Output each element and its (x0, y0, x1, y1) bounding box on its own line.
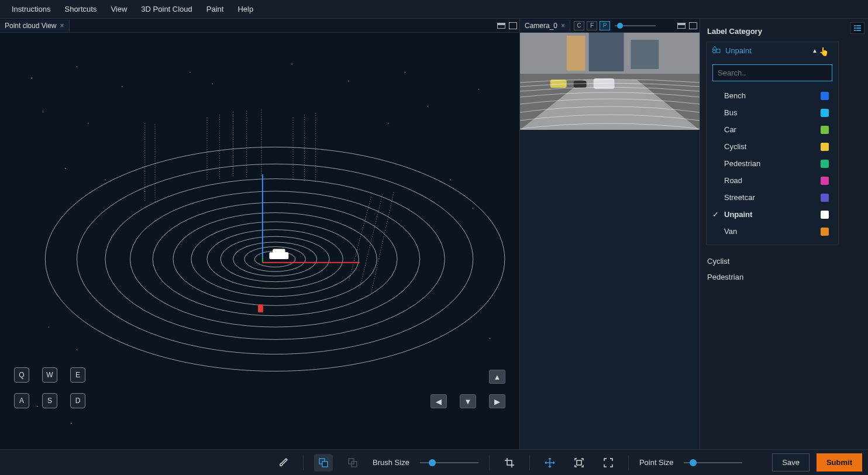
svg-line-44 (349, 197, 371, 282)
svg-point-10 (77, 164, 473, 354)
nav-down-button[interactable]: ▼ (460, 394, 476, 408)
key-e[interactable]: E (70, 367, 85, 383)
menu-instructions[interactable]: Instructions (5, 1, 57, 17)
category-item-road[interactable]: ✓Road (712, 172, 832, 189)
cursor-icon: 👆 (819, 47, 829, 56)
category-search-input[interactable] (712, 64, 832, 81)
menu-shortcuts[interactable]: Shortcuts (57, 1, 104, 17)
svg-point-30 (49, 326, 49, 327)
svg-point-12 (32, 78, 32, 78)
save-button[interactable]: Save (772, 453, 810, 471)
key-s[interactable]: S (42, 393, 57, 408)
chevron-up-icon: ▲ (812, 47, 818, 54)
svg-rect-76 (577, 460, 581, 465)
point-size-slider[interactable] (684, 462, 742, 463)
menu-paint[interactable]: Paint (199, 1, 231, 17)
color-swatch (821, 126, 829, 134)
svg-point-17 (292, 64, 292, 64)
maximize-icon[interactable] (509, 22, 517, 29)
nav-up-button[interactable]: ▲ (489, 370, 505, 384)
color-swatch (821, 177, 829, 185)
svg-point-28 (450, 180, 450, 180)
shapes-icon (712, 46, 721, 55)
category-item-pedestrian[interactable]: ✓Pedestrian (712, 155, 832, 172)
chip-p[interactable]: P (600, 21, 610, 30)
sidebar-title: Label Category (700, 19, 845, 42)
main-view-tabs: Point cloud View × (0, 19, 519, 33)
label-sidebar: Label Category Unpaint ▲ 👆 ✓Bench✓Bus✓Ca… (700, 19, 868, 449)
camera-panel-empty (520, 130, 700, 449)
key-d[interactable]: D (70, 393, 85, 408)
nav-right-button[interactable]: ▶ (489, 394, 505, 408)
svg-point-15 (190, 72, 190, 73)
category-item-bus[interactable]: ✓Bus (712, 104, 832, 121)
chip-c[interactable]: C (574, 21, 584, 30)
svg-point-20 (478, 89, 479, 90)
polygon-add-button[interactable] (314, 454, 333, 471)
category-label: Pedestrian (724, 159, 821, 168)
menu-help[interactable]: Help (230, 1, 260, 17)
svg-point-22 (88, 123, 88, 123)
key-a[interactable]: A (14, 393, 29, 408)
camera-image[interactable] (520, 33, 700, 130)
category-item-streetcar[interactable]: ✓Streetcar (712, 189, 832, 206)
fullscreen-tool-button[interactable] (599, 454, 618, 471)
svg-rect-61 (574, 81, 587, 88)
svg-point-32 (490, 338, 490, 339)
tab-label: Point cloud View (5, 22, 57, 30)
fit-tool-button[interactable] (570, 454, 588, 471)
applied-labels-list: Cyclist Pedestrian (700, 250, 845, 288)
polygon-subtract-button[interactable] (343, 454, 362, 471)
tab-label: Camera_0 (525, 22, 557, 30)
minimize-icon[interactable] (677, 23, 686, 29)
color-swatch (821, 143, 829, 151)
category-item-cyclist[interactable]: ✓Cyclist (712, 138, 832, 155)
category-label: Road (724, 176, 821, 185)
menu-view[interactable]: View (104, 1, 134, 17)
check-icon: ✓ (712, 210, 723, 219)
svg-rect-73 (322, 462, 328, 467)
color-swatch (821, 92, 829, 100)
svg-rect-53 (273, 249, 285, 254)
maximize-icon[interactable] (689, 22, 697, 29)
tab-camera-0[interactable]: Camera_0 × (520, 20, 570, 32)
applied-label-pedestrian[interactable]: Pedestrian (707, 269, 838, 285)
brush-size-slider[interactable] (420, 462, 478, 463)
nav-arrows-overlay: ▲ ◀ ▼ ▶ (430, 370, 505, 408)
category-label: Streetcar (724, 193, 821, 202)
svg-rect-58 (631, 40, 659, 69)
applied-label-cyclist[interactable]: Cyclist (707, 253, 838, 269)
color-swatch (821, 160, 829, 168)
category-item-car[interactable]: ✓Car (712, 121, 832, 138)
category-item-unpaint[interactable]: ✓Unpaint (712, 206, 832, 223)
tab-point-cloud-view[interactable]: Point cloud View × (0, 20, 70, 32)
move-tool-button[interactable] (540, 454, 559, 471)
brush-tool-button[interactable] (274, 454, 292, 471)
chip-f[interactable]: F (587, 21, 597, 30)
category-label: Car (724, 125, 821, 134)
svg-point-25 (66, 168, 66, 169)
key-q[interactable]: Q (14, 367, 29, 383)
camera-opacity-slider[interactable] (615, 25, 656, 26)
minimize-icon[interactable] (497, 23, 505, 29)
toggle-sidebar-button[interactable] (850, 22, 864, 34)
color-swatch (821, 228, 829, 236)
svg-point-11 (45, 147, 505, 371)
crop-tool-button[interactable] (500, 454, 519, 471)
svg-rect-64 (856, 25, 861, 26)
category-item-bench[interactable]: ✓Bench (712, 87, 832, 104)
category-item-van[interactable]: ✓Van (712, 223, 832, 240)
menu-3d-point-cloud[interactable]: 3D Point Cloud (134, 1, 199, 17)
svg-point-24 (388, 123, 388, 123)
category-dropdown-toggle[interactable]: Unpaint ▲ 👆 (707, 42, 838, 58)
close-icon[interactable]: × (561, 22, 565, 30)
category-label: Cyclist (724, 142, 821, 151)
nav-left-button[interactable]: ◀ (430, 394, 447, 408)
svg-rect-63 (854, 25, 856, 26)
svg-rect-65 (854, 27, 856, 29)
brush-size-label: Brush Size (373, 458, 409, 467)
close-icon[interactable]: × (60, 22, 64, 30)
point-cloud-canvas[interactable]: Q W E A S D ▲ ◀ ▼ ▶ (0, 33, 519, 449)
submit-button[interactable]: Submit (817, 453, 862, 471)
key-w[interactable]: W (42, 367, 57, 383)
